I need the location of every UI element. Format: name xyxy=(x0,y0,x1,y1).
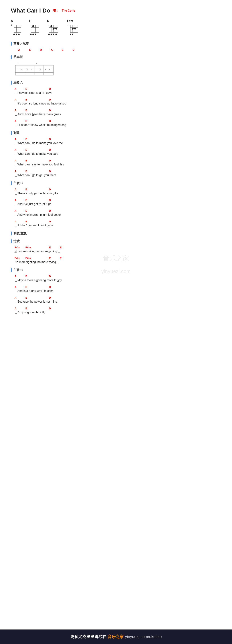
chord-e-svg xyxy=(29,24,40,36)
chord-fshm1: F#m xyxy=(14,246,25,249)
section-versec-header: 主歌 C xyxy=(11,268,221,272)
chord-diagrams: A 2 E xyxy=(11,20,221,36)
section-chorus-repeat-header: 副歌 重复 xyxy=(11,231,221,236)
footer-text-1: 更多尤克里里谱尽在 xyxy=(70,634,106,640)
chord-d: D xyxy=(49,220,60,223)
verse-a-line2-lyrics: ＿It's been so long since we have talked xyxy=(14,102,221,106)
chord-e: E xyxy=(25,307,49,310)
chord-a: A xyxy=(14,307,25,310)
chord-e: E xyxy=(25,188,49,191)
chorus-line1-lyrics: ＿What can I do to make you love me xyxy=(14,141,221,145)
chord-e: E xyxy=(25,209,49,212)
section-bridge-title: 过渡 xyxy=(13,239,19,243)
footer-text-3: yinyuezj.com/ukulele xyxy=(125,634,162,639)
chord-e: E xyxy=(25,285,49,288)
svg-point-11 xyxy=(18,34,19,35)
chord-a: A xyxy=(14,87,25,90)
svg-point-23 xyxy=(35,34,36,35)
chord-e: E xyxy=(25,119,49,122)
section-rhythm-title: 节奏型 xyxy=(13,55,23,59)
svg-point-38 xyxy=(53,34,54,35)
chord-e: E xyxy=(25,87,49,90)
verse-c-line4-lyrics: ＿I'm just gonna let it fly xyxy=(14,310,221,314)
footer-spacer xyxy=(11,318,221,339)
svg-text:1: 1 xyxy=(67,24,68,26)
verse-c-content: A E D ＿Maybe there's nothing more to say… xyxy=(14,275,221,314)
chord-fshm2: F#m xyxy=(25,246,49,249)
chorus-line4-lyrics: ＿What can I do to get you there xyxy=(14,173,221,178)
chord-e: E xyxy=(25,109,49,112)
svg-point-22 xyxy=(32,34,34,35)
chord-e: E xyxy=(25,296,49,299)
verse-a-line4: A E D ＿I just don't know what I'm doing … xyxy=(14,119,221,127)
chord-d: D xyxy=(49,188,60,191)
chord-a: A xyxy=(14,296,25,299)
svg-point-20 xyxy=(32,25,34,27)
verse-a-line1-chords: A E D xyxy=(14,87,221,90)
chord-d: D xyxy=(49,119,60,122)
chord-fshm3: F#m xyxy=(14,256,25,260)
section-chorus-header: 副歌 xyxy=(11,131,221,135)
song-title: What Can I Do xyxy=(11,7,50,14)
bridge-line2-chords: F#m F#m E E xyxy=(14,256,221,260)
chord-e3: E xyxy=(49,256,60,260)
intro-chord-e1: E xyxy=(29,48,34,51)
intro-chord-e2: E xyxy=(62,48,67,51)
verse-c-line3-lyrics: ＿Because the power is not mine xyxy=(14,300,221,304)
verse-a-line2: A E D ＿It's been so long since we have t… xyxy=(14,98,221,106)
chord-fshm4: F#m xyxy=(25,256,49,260)
verse-a-line3: A E D ＿And I have been here many times xyxy=(14,109,221,116)
chorus-line3-chords: A E D xyxy=(14,159,221,162)
chord-e: E xyxy=(25,198,49,202)
chord-d: D xyxy=(49,275,60,278)
section-bar-2 xyxy=(11,55,11,59)
svg-text:×: × xyxy=(26,68,28,71)
chord-e: E xyxy=(29,20,40,36)
bridge-content: F#m F#m E E No more waiting, no more ach… xyxy=(14,246,221,264)
chord-d: D xyxy=(49,198,60,202)
chord-d: D xyxy=(49,87,60,90)
verse-c-line3-chords: A E D xyxy=(14,296,221,299)
svg-rect-72 xyxy=(44,72,53,75)
verse-c-line2-lyrics: ＿And in a funny way I'm calm xyxy=(14,289,221,293)
chord-d: D xyxy=(49,296,60,299)
verse-c-line4: A E D ＿I'm just gonna let it fly xyxy=(14,307,221,314)
chorus-line1-chords: A E D xyxy=(14,138,221,140)
chorus-line2: A E D ＿What can I do to make you care xyxy=(14,148,221,156)
chord-d: D xyxy=(49,109,60,112)
singer-label: 唱： xyxy=(53,9,59,12)
chord-d: D xyxy=(49,209,60,212)
chord-e4: E xyxy=(60,256,71,260)
chord-d-svg xyxy=(47,24,60,36)
section-intro-title: 前奏／尾奏 xyxy=(13,42,29,46)
verse-a-line3-chords: A E D xyxy=(14,109,221,112)
svg-text:×: × xyxy=(39,68,41,71)
chord-e: E xyxy=(25,148,49,151)
svg-rect-71 xyxy=(34,72,44,75)
svg-text:×: × xyxy=(45,68,46,71)
chord-e2: E xyxy=(60,246,71,249)
verse-b-line4-lyrics: ＿If I don't try and I don't hope xyxy=(14,223,221,228)
strum-svg: ↓ ↓ × × × × × × xyxy=(14,62,54,76)
chord-fshm-svg: 1 xyxy=(67,24,80,36)
svg-point-10 xyxy=(16,34,17,35)
chord-a: A xyxy=(14,138,25,140)
verse-b-line1-chords: A E D xyxy=(14,188,221,191)
verse-a-line4-chords: A E D xyxy=(14,119,221,122)
chord-d: D xyxy=(47,20,60,36)
chord-e: E xyxy=(25,98,49,101)
intro-chord-a1: A xyxy=(18,48,23,51)
section-versec-title: 主歌 C xyxy=(13,268,23,272)
svg-point-52 xyxy=(72,34,73,35)
chord-e: E xyxy=(25,220,49,223)
chorus-content: A E D ＿What can I do to make you love me… xyxy=(14,138,221,178)
verse-b-line1: A E D ＿There's only so much I can take xyxy=(14,188,221,196)
chord-e: E xyxy=(25,138,49,140)
footer-text-2: 音乐之家 xyxy=(108,634,124,640)
verse-c-line1: A E D ＿Maybe there's nothing more to say xyxy=(14,275,221,282)
bridge-line1-lyrics: No more waiting, no more aching ＿ xyxy=(14,249,221,254)
section-intro-header: 前奏／尾奏 xyxy=(11,42,221,46)
section-bar-6 xyxy=(11,232,11,236)
chorus-line4-chords: A E D xyxy=(14,170,221,173)
svg-text:×: × xyxy=(30,68,32,71)
